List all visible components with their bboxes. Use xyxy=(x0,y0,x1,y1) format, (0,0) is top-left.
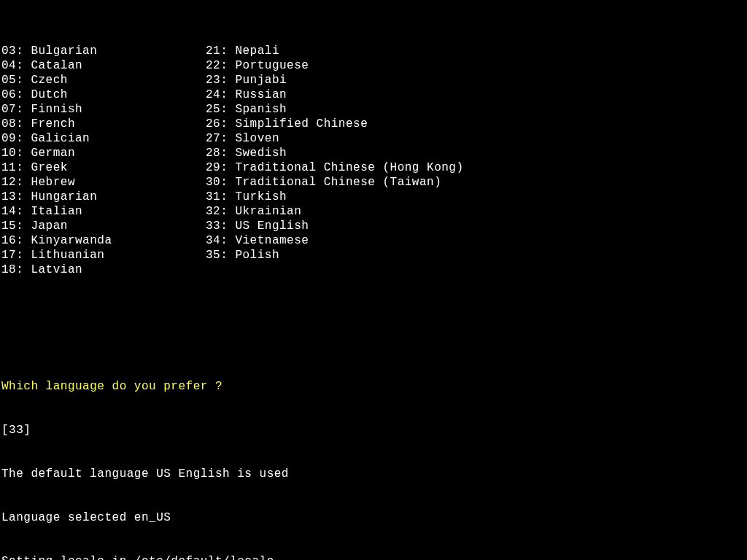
language-option: 18: Latvian xyxy=(1,262,206,277)
language-option: 30: Traditional Chinese (Taiwan) xyxy=(206,175,541,190)
language-option: 32: Ukrainian xyxy=(206,204,541,219)
language-option: 35: Polish xyxy=(206,248,541,262)
language-option: 11: Greek xyxy=(1,160,206,175)
language-option: 17: Lithuanian xyxy=(1,248,206,262)
terminal-screen[interactable]: 03: Bulgarian04: Catalan05: Czech06: Dut… xyxy=(0,0,747,560)
language-option: 34: Vietnamese xyxy=(206,233,541,248)
language-option: 13: Hungarian xyxy=(1,190,206,204)
msg-language-selected: Language selected en_US xyxy=(1,510,747,525)
language-option: 10: German xyxy=(1,146,206,160)
language-option: 07: Finnish xyxy=(1,102,206,117)
language-option: 16: Kinyarwanda xyxy=(1,233,206,248)
prompt-language: Which language do you prefer ? xyxy=(1,379,747,394)
language-list: 03: Bulgarian04: Catalan05: Czech06: Dut… xyxy=(1,44,747,277)
language-option: 31: Turkish xyxy=(206,190,541,204)
language-option: 28: Swedish xyxy=(206,146,541,160)
language-option: 23: Punjabi xyxy=(206,73,541,88)
language-option: 04: Catalan xyxy=(1,58,206,73)
msg-setting-locale: Setting locale in /etc/default/locale... xyxy=(1,554,747,560)
language-option: 05: Czech xyxy=(1,73,206,88)
language-option: 21: Nepali xyxy=(206,44,541,58)
blank-line xyxy=(1,321,747,335)
language-option: 29: Traditional Chinese (Hong Kong) xyxy=(206,160,541,175)
language-option: 25: Spanish xyxy=(206,102,541,117)
language-option: 27: Sloven xyxy=(206,131,541,146)
language-option: 03: Bulgarian xyxy=(1,44,206,58)
input-language-value: [33] xyxy=(1,423,747,438)
language-option: 08: French xyxy=(1,117,206,131)
language-option: 15: Japan xyxy=(1,219,206,233)
language-option: 09: Galician xyxy=(1,131,206,146)
language-option: 12: Hebrew xyxy=(1,175,206,190)
language-option: 33: US English xyxy=(206,219,541,233)
language-option: 14: Italian xyxy=(1,204,206,219)
language-option: 06: Dutch xyxy=(1,88,206,102)
language-option: 24: Russian xyxy=(206,88,541,102)
language-option: 26: Simplified Chinese xyxy=(206,117,541,131)
language-option: 22: Portuguese xyxy=(206,58,541,73)
msg-default-language: The default language US English is used xyxy=(1,467,747,481)
